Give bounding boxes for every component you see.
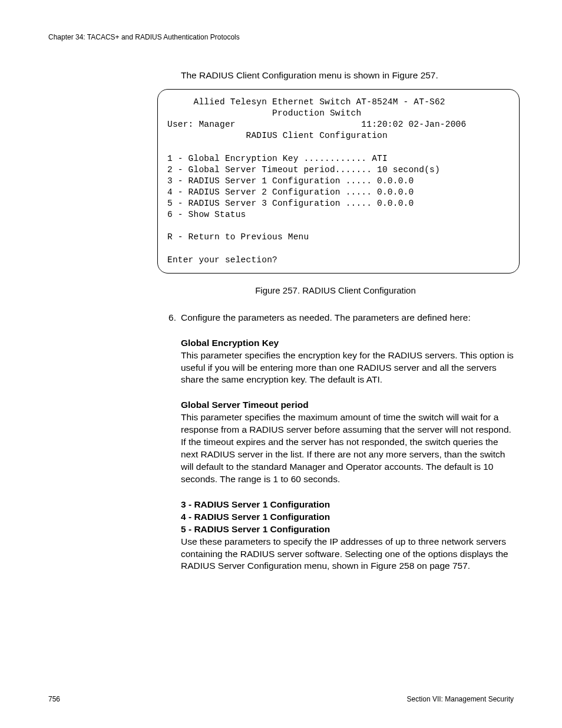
chapter-header: Chapter 34: TACACS+ and RADIUS Authentic… [48, 33, 514, 41]
param-body: This parameter specifies the maximum amo… [181, 411, 514, 486]
param-body: Use these parameters to specify the IP a… [181, 536, 514, 573]
terminal-line: 3 - RADIUS Server 1 Configuration ..... … [167, 176, 414, 186]
terminal-line: User: Manager 11:20:02 02-Jan-2006 [167, 120, 466, 129]
param-title: 5 - RADIUS Server 1 Configuration [181, 523, 514, 536]
section-label: Section VII: Management Security [407, 695, 514, 703]
terminal-line: Enter your selection? [167, 255, 277, 265]
step-number: 6. [158, 312, 181, 324]
step-body: Configure the parameters as needed. The … [181, 312, 514, 324]
intro-text: The RADIUS Client Configuration menu is … [181, 70, 514, 82]
param-radius-server-config: 3 - RADIUS Server 1 Configuration 4 - RA… [181, 499, 514, 573]
param-title: 4 - RADIUS Server 1 Configuration [181, 511, 514, 523]
param-body: This parameter specifies the encryption … [181, 350, 514, 387]
step-6: 6. Configure the parameters as needed. T… [181, 312, 514, 324]
terminal-line: Production Switch [167, 108, 361, 118]
terminal-line: 4 - RADIUS Server 2 Configuration ..... … [167, 187, 414, 197]
param-title: Global Encryption Key [181, 337, 514, 350]
terminal-line: RADIUS Client Configuration [167, 131, 388, 140]
param-title: Global Server Timeout period [181, 399, 514, 411]
page-footer: 756 Section VII: Management Security [48, 695, 514, 703]
param-title: 3 - RADIUS Server 1 Configuration [181, 499, 514, 511]
content-area: The RADIUS Client Configuration menu is … [181, 70, 514, 572]
page-number: 756 [48, 695, 60, 703]
terminal-line: 1 - Global Encryption Key ............ A… [167, 154, 388, 163]
terminal-line: Allied Telesyn Ethernet Switch AT-8524M … [167, 97, 445, 107]
param-global-server-timeout: Global Server Timeout period This parame… [181, 399, 514, 485]
terminal-line: 6 - Show Status [167, 210, 246, 219]
page-container: Chapter 34: TACACS+ and RADIUS Authentic… [0, 0, 562, 728]
terminal-line: 5 - RADIUS Server 3 Configuration ..... … [167, 199, 414, 208]
figure-caption: Figure 257. RADIUS Client Configuration [157, 285, 514, 295]
terminal-menu-box: Allied Telesyn Ethernet Switch AT-8524M … [157, 89, 520, 274]
terminal-line: R - Return to Previous Menu [167, 232, 309, 242]
terminal-line: 2 - Global Server Timeout period....... … [167, 165, 440, 174]
param-global-encryption-key: Global Encryption Key This parameter spe… [181, 337, 514, 387]
